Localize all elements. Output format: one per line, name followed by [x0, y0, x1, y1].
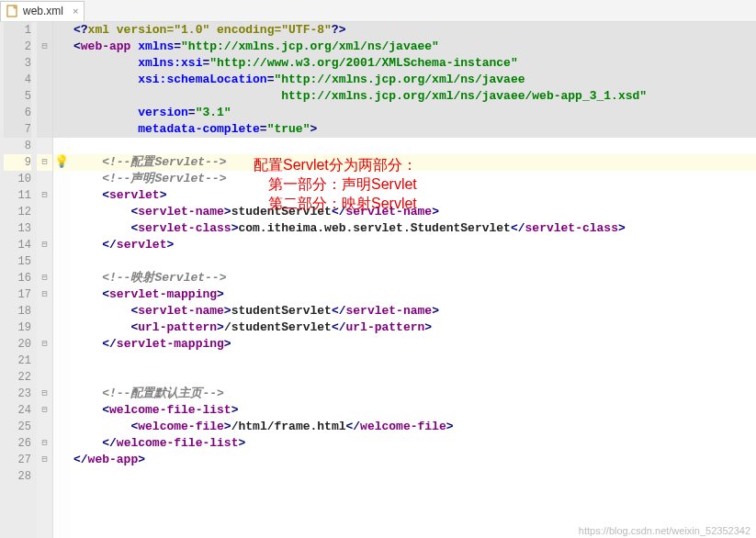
- code-line: <!--映射Servlet-->: [70, 270, 756, 286]
- editor-tab[interactable]: web.xml ×: [0, 1, 85, 21]
- code-line: version="3.1": [70, 105, 756, 121]
- code-line: <welcome-file-list>: [70, 402, 756, 419]
- xml-file-icon: [6, 5, 19, 17]
- code-line: </web-app>: [70, 452, 756, 468]
- code-line: <welcome-file>/html/frame.html</welcome-…: [70, 419, 756, 435]
- annotation-text-2: 第一部分：声明Servlet: [268, 175, 417, 195]
- code-line: xmlns:xsi="http://www.w3.org/2001/XMLSch…: [70, 55, 756, 72]
- tab-bar: web.xml ×: [0, 0, 756, 22]
- code-line: <?xml version="1.0" encoding="UTF-8"?>: [70, 22, 756, 39]
- code-line: <!--配置默认主页-->: [70, 386, 756, 402]
- code-line: [70, 353, 756, 369]
- fold-column: ⊟⊟⊟⊟⊟⊟⊟⊟⊟⊟⊟: [37, 22, 53, 538]
- tab-filename: web.xml: [23, 5, 63, 17]
- code-line: [70, 138, 756, 154]
- code-line: [70, 253, 756, 270]
- code-line: <web-app xmlns="http://xmlns.jcp.org/xml…: [70, 39, 756, 55]
- code-line: metadata-complete="true">: [70, 121, 756, 138]
- line-number-gutter: 1234567891011121314151617181920212223242…: [0, 22, 37, 538]
- code-line: <servlet-mapping>: [70, 286, 756, 303]
- close-icon[interactable]: ×: [73, 6, 78, 17]
- annotation-text-3: 第二部分：映射Servlet: [268, 195, 417, 214]
- annotation-text-1: 配置Servlet分为两部分：: [254, 156, 417, 175]
- watermark: https://blog.csdn.net/weixin_52352342: [579, 525, 750, 536]
- code-line: </servlet>: [70, 237, 756, 253]
- code-line: http://xmlns.jcp.org/xml/ns/javaee/web-a…: [70, 88, 756, 105]
- code-line: [70, 468, 756, 485]
- icon-column: 💡: [53, 22, 70, 538]
- code-line: <servlet-name>studentServlet</servlet-na…: [70, 303, 756, 319]
- code-line: <servlet-class>com.itheima.web.servlet.S…: [70, 220, 756, 237]
- code-area[interactable]: <?xml version="1.0" encoding="UTF-8"?> <…: [70, 22, 756, 538]
- code-line: <url-pattern>/studentServlet</url-patter…: [70, 319, 756, 336]
- code-line: </servlet-mapping>: [70, 336, 756, 353]
- code-line: xsi:schemaLocation="http://xmlns.jcp.org…: [70, 72, 756, 88]
- bulb-icon[interactable]: 💡: [54, 155, 69, 169]
- code-line: </welcome-file-list>: [70, 435, 756, 452]
- code-line: [70, 369, 756, 386]
- code-editor[interactable]: 1234567891011121314151617181920212223242…: [0, 22, 756, 538]
